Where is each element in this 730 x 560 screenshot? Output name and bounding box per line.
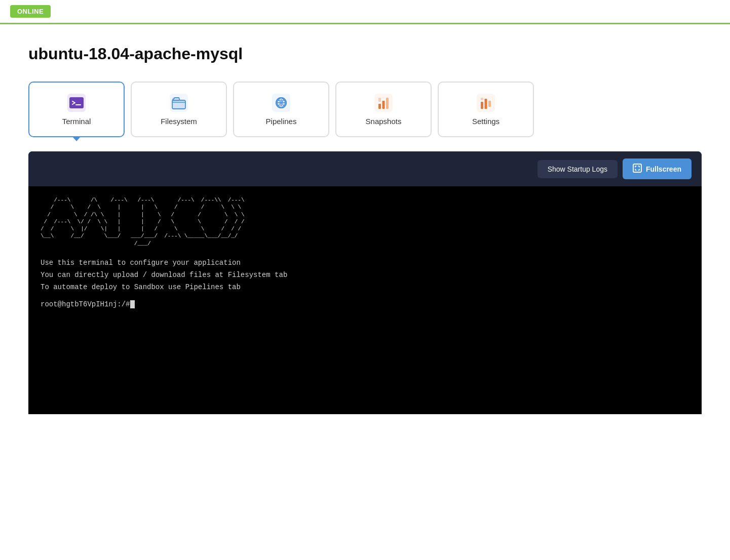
tab-terminal-label: Terminal [62,117,91,126]
svg-rect-1 [69,97,84,108]
svg-rect-22 [633,164,641,172]
terminal-toolbar: Show Startup Logs Fullscreen [28,151,702,186]
terminal-screen[interactable]: /---\ /\ /---\ /---\ /---\ /---\\ /---\ … [28,186,702,414]
page-title: ubuntu-18.04-apache-mysql [28,45,702,63]
tabs-row: Terminal Filesystem [28,82,702,137]
tab-filesystem-label: Filesystem [161,117,197,126]
tab-filesystem[interactable]: Filesystem [131,82,227,137]
tab-snapshots[interactable]: Snapshots [335,82,432,137]
svg-rect-21 [481,98,483,100]
svg-rect-14 [382,101,385,109]
terminal-panel: Show Startup Logs Fullscreen /---\ /\ / [28,151,702,414]
svg-rect-13 [378,104,381,109]
tab-terminal[interactable]: Terminal [28,82,125,137]
svg-rect-6 [173,98,179,101]
show-startup-logs-button[interactable]: Show Startup Logs [537,160,618,178]
main-content: ubuntu-18.04-apache-mysql Terminal [0,24,730,414]
terminal-cursor [130,300,135,308]
svg-rect-16 [378,98,381,102]
top-bar: ONLINE [0,0,730,24]
filesystem-icon [170,94,188,112]
ascii-art-banner: /---\ /\ /---\ /---\ /---\ /---\\ /---\ … [41,196,689,247]
prompt-text: root@hgtbT6VpIH1nj:/# [41,300,130,308]
snapshots-icon [374,94,393,112]
fullscreen-icon [633,164,642,174]
terminal-icon [67,94,86,112]
svg-rect-4 [172,100,185,109]
tab-pipelines[interactable]: Pipelines [233,82,329,137]
fullscreen-button[interactable]: Fullscreen [623,158,691,179]
tab-settings[interactable]: Settings [438,82,534,137]
svg-rect-20 [488,101,491,107]
svg-rect-18 [481,102,483,109]
tab-snapshots-label: Snapshots [366,117,402,126]
terminal-prompt: root@hgtbT6VpIH1nj:/# [41,300,689,308]
terminal-info-text: Use this terminal to configure your appl… [41,257,689,293]
svg-rect-15 [386,98,389,109]
svg-rect-19 [485,99,487,109]
settings-icon [477,94,495,112]
fullscreen-label: Fullscreen [646,165,681,173]
tab-settings-label: Settings [472,117,500,126]
tab-pipelines-label: Pipelines [266,117,297,126]
online-badge: ONLINE [10,5,51,18]
pipelines-icon [272,94,290,112]
